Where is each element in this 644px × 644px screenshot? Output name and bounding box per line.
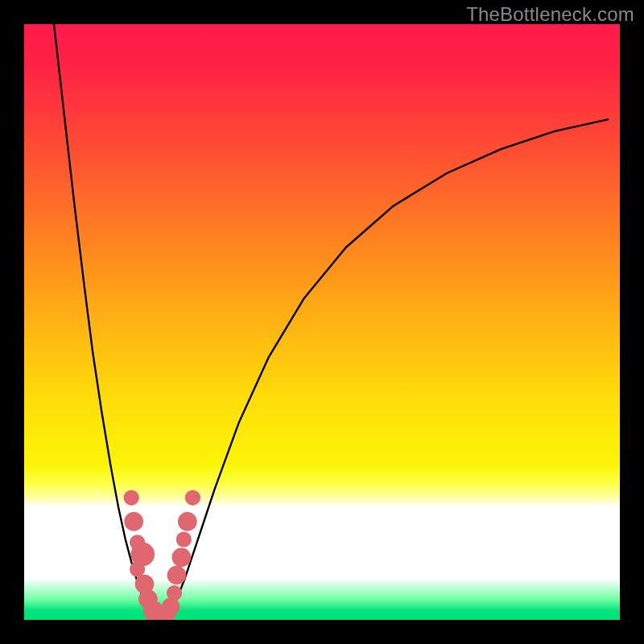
marker-point bbox=[185, 490, 200, 506]
marker-point bbox=[176, 531, 192, 547]
marker-point bbox=[130, 561, 145, 576]
chart-frame: TheBottleneck.com bbox=[0, 0, 644, 644]
marker-point bbox=[172, 547, 192, 567]
watermark-text: TheBottleneck.com bbox=[466, 3, 634, 26]
marker-point bbox=[124, 490, 139, 506]
plot-area bbox=[24, 24, 620, 620]
marker-point bbox=[124, 512, 143, 531]
marker-point bbox=[167, 585, 182, 601]
marker-point bbox=[162, 598, 180, 616]
curve-layer bbox=[24, 24, 620, 620]
marker-point bbox=[178, 512, 197, 531]
marker-point bbox=[167, 566, 187, 585]
